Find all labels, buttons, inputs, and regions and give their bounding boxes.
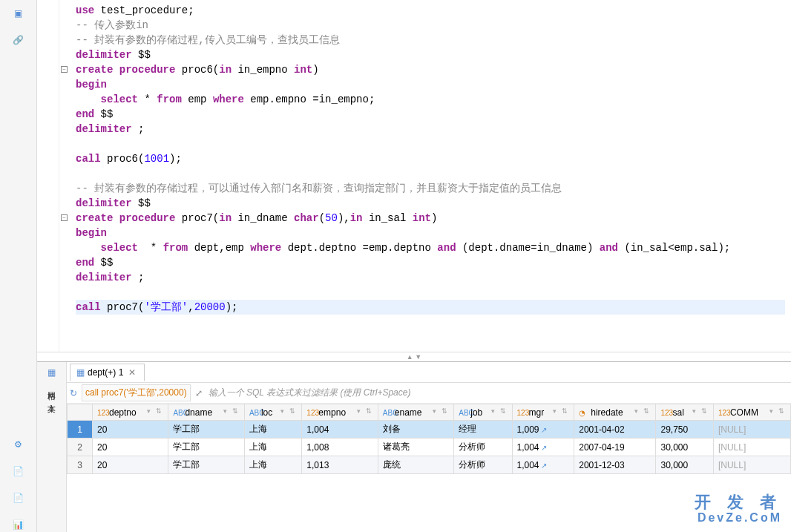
- cell-sal[interactable]: 29,750: [656, 421, 713, 439]
- code-line[interactable]: end $$: [76, 107, 785, 122]
- filter-icon[interactable]: ▾: [692, 407, 700, 418]
- code-line[interactable]: [76, 137, 785, 151]
- sort-icon[interactable]: ⇅: [701, 407, 709, 418]
- rownum-cell[interactable]: 3: [68, 456, 93, 474]
- cell-COMM[interactable]: [NULL]: [713, 456, 790, 474]
- code-line[interactable]: end $$: [76, 255, 785, 270]
- cell-loc[interactable]: 上海: [244, 421, 301, 439]
- cell-ename[interactable]: 庞统: [378, 456, 453, 474]
- doc2-icon[interactable]: 📄: [11, 490, 26, 505]
- code-line[interactable]: create procedure proc6(in in_empno int): [76, 62, 785, 77]
- cell-mgr[interactable]: 1,009↗: [512, 421, 574, 439]
- code-line[interactable]: use test_procedure;: [76, 3, 785, 18]
- cell-empno[interactable]: 1,004: [302, 421, 378, 439]
- filter-icon[interactable]: ▾: [223, 407, 231, 418]
- console-icon[interactable]: ▣: [11, 6, 26, 21]
- filter-input[interactable]: 输入一个 SQL 表达式来过滤结果 (使用 Ctrl+Space): [207, 385, 788, 401]
- cell-deptno[interactable]: 20: [93, 439, 168, 456]
- filter-icon[interactable]: ▾: [357, 407, 364, 418]
- filter-icon[interactable]: ▾: [433, 407, 440, 418]
- col-header-hiredate[interactable]: ◔hiredate▾⇅: [574, 404, 656, 421]
- filter-icon[interactable]: ▾: [553, 407, 560, 418]
- expand-icon[interactable]: ⤢: [195, 388, 203, 398]
- code-line[interactable]: begin: [76, 226, 785, 240]
- filter-icon[interactable]: ▾: [634, 407, 642, 418]
- code-line[interactable]: [76, 166, 785, 181]
- cell-loc[interactable]: 上海: [244, 456, 301, 474]
- cell-dname[interactable]: 学工部: [168, 456, 244, 474]
- rownum-cell[interactable]: 1: [68, 421, 93, 439]
- cell-mgr[interactable]: 1,004↗: [512, 456, 574, 474]
- rownum-cell[interactable]: 2: [68, 439, 93, 456]
- col-header-COMM[interactable]: 123COMM▾⇅: [713, 404, 790, 421]
- doc1-icon[interactable]: 📄: [11, 464, 26, 479]
- code-line[interactable]: -- 传入参数in: [76, 18, 785, 33]
- cell-dname[interactable]: 学工部: [168, 421, 244, 439]
- code-line[interactable]: delimiter ;: [76, 270, 785, 285]
- cell-job[interactable]: 经理: [454, 421, 512, 439]
- cell-sal[interactable]: 30,000: [656, 456, 713, 474]
- code-line[interactable]: [76, 315, 785, 329]
- code-line[interactable]: begin: [76, 77, 785, 92]
- table-row[interactable]: 320学工部上海1,013庞统分析师1,004↗2001-12-0330,000…: [68, 456, 791, 474]
- cell-loc[interactable]: 上海: [244, 439, 301, 456]
- code-line[interactable]: -- 封装有参数的存储过程，可以通过传入部门名和薪资，查询指定部门，并且薪资大于…: [76, 181, 785, 196]
- cell-deptno[interactable]: 20: [93, 421, 168, 439]
- table-row[interactable]: 120学工部上海1,004刘备经理1,009↗2001-04-0229,750[…: [68, 421, 791, 439]
- grid-view-icon[interactable]: ▦: [46, 367, 58, 378]
- cell-job[interactable]: 分析师: [454, 439, 512, 456]
- cell-deptno[interactable]: 20: [93, 456, 168, 474]
- link-icon[interactable]: 🔗: [11, 33, 26, 47]
- col-header-ename[interactable]: ABCename▾⇅: [378, 404, 453, 421]
- sort-icon[interactable]: ⇅: [156, 407, 163, 418]
- cell-empno[interactable]: 1,008: [302, 439, 378, 456]
- code-line[interactable]: select * from dept,emp where dept.deptno…: [76, 240, 785, 255]
- filter-call-text[interactable]: call proc7('学工部',20000): [82, 384, 191, 401]
- col-header-sal[interactable]: 123sal▾⇅: [656, 404, 713, 421]
- cell-sal[interactable]: 30,000: [656, 439, 713, 456]
- sort-icon[interactable]: ⇅: [500, 407, 508, 418]
- code-line[interactable]: [76, 285, 785, 300]
- side-tab-grid[interactable]: 网格: [45, 381, 59, 390]
- cell-empno[interactable]: 1,013: [302, 456, 378, 474]
- results-tab[interactable]: ▦ dept(+) 1 ✕: [70, 364, 145, 381]
- table-row[interactable]: 220学工部上海1,008诸葛亮分析师1,004↗2007-04-1930,00…: [68, 439, 791, 456]
- col-header-empno[interactable]: 123empno▾⇅: [302, 404, 378, 421]
- sort-icon[interactable]: ⇅: [366, 407, 373, 418]
- filter-icon[interactable]: ▾: [769, 407, 777, 418]
- code-editor[interactable]: use test_procedure;-- 传入参数in-- 封装有参数的存储过…: [70, 0, 791, 352]
- code-line[interactable]: delimiter $$: [76, 196, 785, 211]
- cell-ename[interactable]: 刘备: [378, 421, 453, 439]
- code-line[interactable]: select * from emp where emp.empno =in_em…: [76, 92, 785, 107]
- sort-icon[interactable]: ⇅: [442, 407, 449, 418]
- code-line[interactable]: call proc6(1001);: [76, 151, 785, 166]
- sort-icon[interactable]: ⇅: [289, 407, 297, 418]
- col-header-deptno[interactable]: 123deptno▾⇅: [93, 404, 168, 421]
- sort-icon[interactable]: ⇅: [778, 407, 786, 418]
- resize-handle[interactable]: ▲ ▼: [37, 352, 791, 361]
- filter-icon[interactable]: ▾: [147, 407, 154, 418]
- fold-toggle-icon[interactable]: −: [61, 214, 68, 221]
- fold-toggle-icon[interactable]: −: [61, 66, 68, 73]
- gear-icon[interactable]: ⚙: [11, 437, 26, 452]
- filter-icon[interactable]: ▾: [280, 407, 288, 418]
- sort-icon[interactable]: ⇅: [562, 407, 569, 418]
- cell-hiredate[interactable]: 2001-12-03: [574, 456, 656, 474]
- code-line[interactable]: delimiter $$: [76, 47, 785, 62]
- cell-COMM[interactable]: [NULL]: [713, 421, 790, 439]
- cell-job[interactable]: 分析师: [454, 456, 512, 474]
- col-header-loc[interactable]: ABCloc▾⇅: [244, 404, 301, 421]
- ext-link-icon[interactable]: ↗: [541, 444, 547, 452]
- cell-hiredate[interactable]: 2001-04-02: [574, 421, 656, 439]
- ext-link-icon[interactable]: ↗: [541, 462, 547, 470]
- grid-wrap[interactable]: 123deptno▾⇅ABCdname▾⇅ABCloc▾⇅123empno▾⇅A…: [67, 404, 791, 532]
- col-header-mgr[interactable]: 123mgr▾⇅: [512, 404, 574, 421]
- sort-icon[interactable]: ⇅: [643, 407, 651, 418]
- doc3-icon[interactable]: 📊: [11, 517, 26, 532]
- ext-link-icon[interactable]: ↗: [541, 426, 547, 434]
- col-header-job[interactable]: ABCjob▾⇅: [454, 404, 512, 421]
- filter-icon[interactable]: ▾: [491, 407, 499, 418]
- sort-icon[interactable]: ⇅: [232, 407, 240, 418]
- refresh-icon[interactable]: ↻: [70, 388, 77, 398]
- cell-dname[interactable]: 学工部: [168, 439, 244, 456]
